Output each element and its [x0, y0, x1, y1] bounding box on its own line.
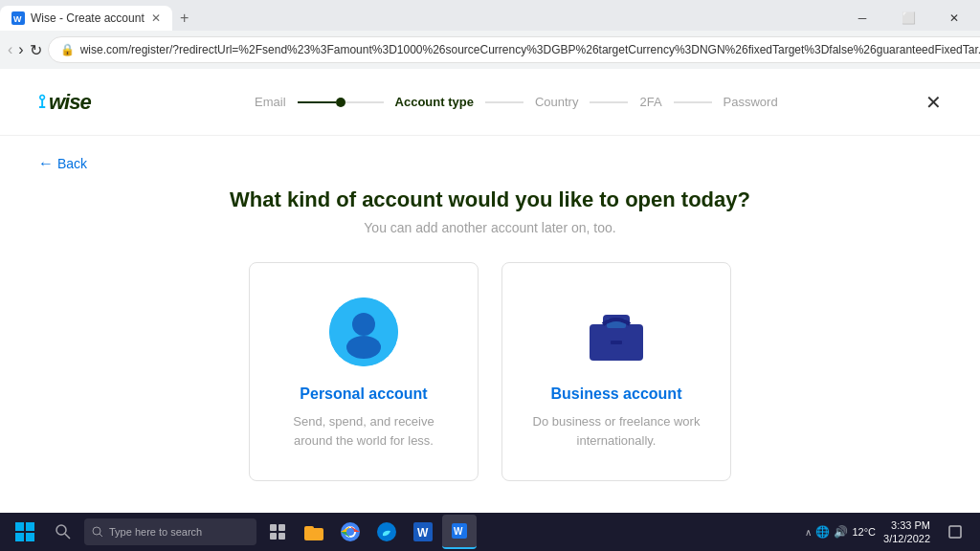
- svg-text:W: W: [454, 526, 463, 537]
- svg-text:W: W: [13, 14, 22, 24]
- svg-rect-21: [278, 533, 285, 540]
- notification-button[interactable]: [938, 515, 972, 549]
- svg-rect-18: [270, 524, 277, 531]
- back-label: Back: [57, 156, 87, 171]
- step-email-label: Email: [243, 95, 298, 109]
- step-account-type-label: Account type: [384, 95, 485, 109]
- network-icon: 🌐: [815, 525, 830, 539]
- windows-start-button[interactable]: [8, 515, 42, 549]
- tab-favicon: W: [11, 11, 25, 25]
- edge-taskbar-icon[interactable]: [369, 515, 404, 549]
- step-divider-5: [674, 101, 712, 103]
- word-taskbar-icon[interactable]: W: [406, 515, 440, 549]
- chrome-taskbar-icon[interactable]: [333, 515, 368, 549]
- svg-line-17: [100, 534, 102, 537]
- system-tray-icons: ∧ 🌐 🔊 12°C: [805, 525, 876, 539]
- account-cards-row: Personal account Send, spend, and receiv…: [38, 262, 942, 481]
- question-section: What kind of account would you like to o…: [38, 187, 942, 235]
- taskbar-search-text: Type here to search: [109, 526, 202, 538]
- temperature-display: 12°C: [852, 526, 876, 538]
- question-subtitle: You can add another account later on, to…: [38, 220, 942, 235]
- step-country-label: Country: [523, 95, 590, 109]
- browser-tab[interactable]: W Wise - Create account ✕: [0, 6, 172, 31]
- new-tab-button[interactable]: +: [172, 10, 196, 27]
- tab-close-btn[interactable]: ✕: [151, 11, 161, 25]
- step-email: Email: [243, 95, 298, 109]
- question-title: What kind of account would you like to o…: [38, 187, 942, 212]
- wise-logo: ⟟ wise: [38, 90, 91, 115]
- forward-nav-button[interactable]: ›: [18, 36, 23, 63]
- address-bar-row: ‹ › ↻ 🔒 wise.com/register/?redirectUrl=%…: [0, 31, 980, 69]
- svg-point-16: [93, 527, 100, 535]
- personal-account-title: Personal account: [300, 386, 427, 403]
- wise-logo-flag-icon: ⟟: [38, 91, 45, 113]
- maximize-button[interactable]: ⬜: [886, 6, 930, 31]
- business-account-desc: Do business or freelance work internatio…: [525, 412, 707, 450]
- svg-point-14: [56, 525, 66, 535]
- lock-icon: 🔒: [60, 43, 75, 56]
- svg-text:W: W: [417, 526, 429, 540]
- back-link[interactable]: ← Back: [38, 155, 942, 172]
- svg-rect-19: [278, 524, 285, 531]
- step-2fa-label: 2FA: [628, 95, 673, 109]
- step-divider-2: [345, 101, 384, 103]
- volume-icon: 🔊: [834, 525, 848, 539]
- step-country: Country: [523, 95, 590, 109]
- step-2fa: 2FA: [628, 95, 673, 109]
- taskbar-app-icons: W W: [260, 515, 477, 549]
- wise-taskbar-icon[interactable]: W: [442, 515, 477, 549]
- progress-steps: Email Account type Country 2FA Pas: [91, 95, 942, 109]
- step-divider-1: [298, 101, 336, 103]
- business-account-card[interactable]: Business account Do business or freelanc…: [501, 262, 731, 481]
- tab-title: Wise - Create account: [31, 11, 145, 25]
- taskbar-clock[interactable]: 3:33 PM 3/12/2022: [883, 518, 930, 546]
- svg-rect-20: [270, 533, 277, 540]
- refresh-button[interactable]: ↻: [30, 36, 42, 63]
- back-nav-button[interactable]: ‹: [8, 36, 12, 63]
- svg-rect-11: [26, 522, 34, 531]
- step-account-type: Account type: [384, 95, 485, 109]
- svg-point-26: [346, 528, 354, 536]
- svg-rect-13: [26, 533, 34, 541]
- step-password-label: Password: [712, 95, 790, 109]
- window-controls: ─ ⬜ ✕: [840, 6, 980, 31]
- step-progress-dot: [336, 98, 345, 107]
- svg-point-4: [352, 313, 375, 336]
- url-text: wise.com/register/?redirectUrl=%2Fsend%2…: [80, 43, 980, 56]
- file-explorer-taskbar-icon[interactable]: [297, 515, 331, 549]
- taskbar-date-display: 3/12/2022: [883, 532, 930, 545]
- taskbar-right-area: ∧ 🌐 🔊 12°C 3:33 PM 3/12/2022: [805, 515, 972, 549]
- search-taskbar-button[interactable]: [46, 515, 80, 549]
- personal-account-icon: [325, 294, 402, 370]
- up-arrow-icon: ∧: [805, 527, 812, 538]
- personal-account-desc: Send, spend, and receive around the worl…: [273, 412, 455, 450]
- page-content: ⟟ wise Email Account type Country: [0, 69, 980, 513]
- close-window-button[interactable]: ✕: [932, 6, 976, 31]
- svg-line-15: [65, 534, 70, 539]
- browser-chrome: W Wise - Create account ✕ + ─ ⬜ ✕ ‹ › ↻ …: [0, 0, 980, 69]
- taskbar-time-display: 3:33 PM: [883, 518, 930, 532]
- personal-account-card[interactable]: Personal account Send, spend, and receiv…: [249, 262, 479, 481]
- step-password: Password: [712, 95, 790, 109]
- svg-rect-12: [15, 533, 24, 541]
- svg-rect-23: [304, 526, 314, 531]
- wise-logo-text: wise: [49, 90, 91, 115]
- header-close-button[interactable]: ✕: [925, 91, 942, 114]
- main-content: ← Back What kind of account would you li…: [0, 136, 980, 500]
- svg-point-3: [346, 336, 381, 359]
- svg-rect-9: [611, 341, 622, 344]
- taskbar-search-box[interactable]: Type here to search: [84, 518, 256, 545]
- minimize-button[interactable]: ─: [840, 6, 884, 31]
- svg-rect-32: [949, 526, 961, 538]
- task-view-button[interactable]: [260, 515, 295, 549]
- business-account-icon: [578, 294, 655, 370]
- business-account-title: Business account: [551, 386, 682, 403]
- taskbar: Type here to search: [0, 513, 980, 551]
- svg-rect-10: [15, 522, 24, 531]
- tab-bar: W Wise - Create account ✕ + ─ ⬜ ✕: [0, 0, 980, 31]
- address-bar[interactable]: 🔒 wise.com/register/?redirectUrl=%2Fsend…: [48, 36, 980, 63]
- wise-header: ⟟ wise Email Account type Country: [0, 69, 980, 136]
- step-divider-3: [485, 101, 523, 103]
- back-arrow-icon: ←: [38, 155, 54, 172]
- step-divider-4: [590, 101, 628, 103]
